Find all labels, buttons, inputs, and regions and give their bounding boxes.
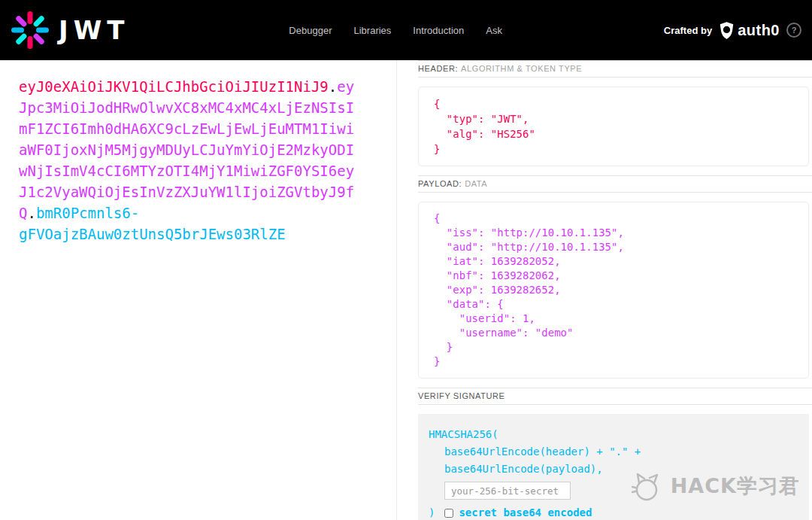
crafted-by-block: Crafted by auth0 ?	[664, 22, 801, 39]
payload-label: PAYLOAD:	[418, 179, 462, 188]
secret-input-row	[429, 482, 798, 500]
header-sublabel: ALGORITHM & TOKEN TYPE	[461, 64, 582, 73]
encoded-token-editor[interactable]: eyJ0eXAiOiJKV1QiLCJhbGciOiJIUzI1NiJ9.eyJ…	[19, 76, 357, 245]
jwt-logo-text: JWT	[59, 15, 129, 45]
signature-box: HMACSHA256( base64UrlEncode(header) + ".…	[418, 414, 809, 520]
payload-section-label: PAYLOAD:DATA	[418, 175, 812, 193]
verify-signature-label: VERIFY SIGNATURE	[418, 391, 505, 400]
signature-line-encode-payload: base64UrlEncode(payload),	[429, 461, 798, 478]
token-separator-dot: .	[329, 78, 337, 95]
header-label: HEADER:	[418, 64, 458, 73]
secret-input[interactable]	[444, 482, 571, 500]
jwt-pinwheel-icon	[11, 11, 50, 50]
base64-encoded-checkbox-label: secret base64 encoded	[459, 504, 592, 520]
decoded-panel: HEADER:ALGORITHM & TOKEN TYPE { "typ": "…	[397, 60, 812, 520]
signature-closing-row: ) secret base64 encoded	[429, 504, 798, 520]
signature-line-hmac: HMACSHA256(	[429, 426, 798, 443]
nav-item-ask[interactable]: Ask	[486, 25, 502, 36]
base64-encoded-checkbox[interactable]	[444, 509, 453, 518]
token-header-segment: eyJ0eXAiOiJKV1QiLCJhbGciOiJIUzI1NiJ9	[19, 78, 329, 95]
payload-sublabel: DATA	[465, 179, 487, 188]
auth0-logo[interactable]: auth0	[719, 22, 780, 39]
signature-line-encode-header: base64UrlEncode(header) + "." +	[429, 443, 798, 461]
nav-item-debugger[interactable]: Debugger	[289, 25, 332, 36]
debugger-content: eyJ0eXAiOiJKV1QiLCJhbGciOiJIUzI1NiJ9.eyJ…	[0, 60, 812, 520]
token-payload-segment: eyJpc3MiOiJodHRwOlwvXC8xMC4xMC4xLjEzNSIs…	[19, 78, 354, 221]
auth0-logo-text: auth0	[738, 22, 780, 39]
nav-item-libraries[interactable]: Libraries	[353, 25, 391, 36]
signature-closing-paren: )	[429, 504, 435, 520]
crafted-by-label: Crafted by	[664, 25, 712, 36]
help-icon[interactable]: ?	[786, 23, 801, 38]
header-section-label: HEADER:ALGORITHM & TOKEN TYPE	[418, 60, 812, 78]
decoded-payload-json[interactable]: { "iss": "http://10.10.1.135", "aud": "h…	[418, 202, 809, 379]
token-separator-dot: .	[27, 205, 35, 221]
jwt-logo[interactable]: JWT	[11, 11, 129, 50]
top-navigation-bar: JWT Debugger Libraries Introduction Ask …	[0, 0, 812, 60]
auth0-shield-icon	[719, 22, 735, 39]
token-signature-segment: bmR0Pcmnls6-gFVOajzBAuw0ztUnsQ5brJEws03R…	[19, 205, 286, 242]
nav-item-introduction[interactable]: Introduction	[413, 25, 464, 36]
jwt-io-debugger-app: JWT Debugger Libraries Introduction Ask …	[0, 0, 812, 520]
main-nav: Debugger Libraries Introduction Ask	[289, 25, 502, 36]
verify-signature-section-label: VERIFY SIGNATURE	[418, 388, 812, 405]
decoded-header-json[interactable]: { "typ": "JWT", "alg": "HS256" }	[418, 87, 809, 166]
encoded-panel: eyJ0eXAiOiJKV1QiLCJhbGciOiJIUzI1NiJ9.eyJ…	[0, 60, 397, 520]
